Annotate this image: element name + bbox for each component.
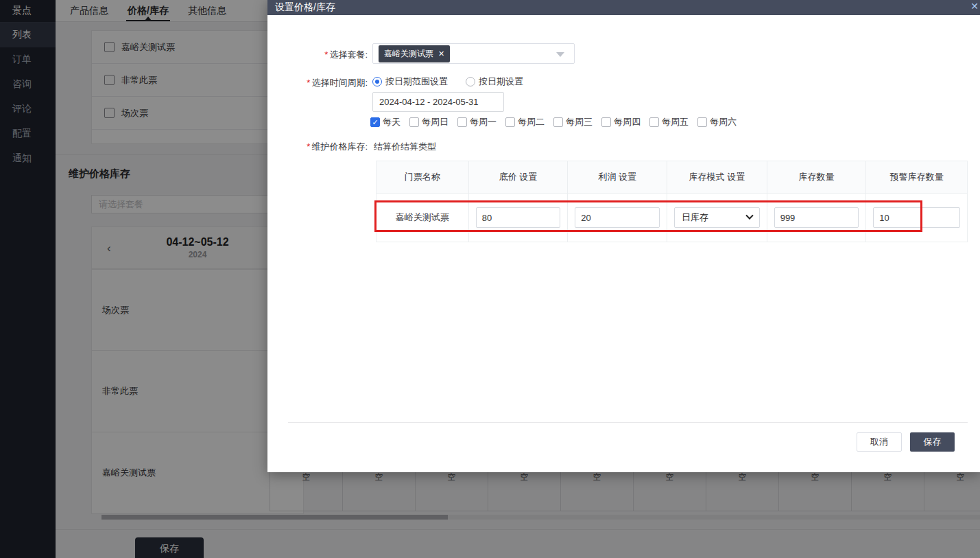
col-header-base-price: 底价 设置 xyxy=(469,161,569,193)
price-stock-table: 门票名称 底价 设置 利润 设置 库存模式 设置 库存数量 预警库存数量 嘉峪关… xyxy=(376,161,968,242)
package-field-label: *选择套餐: xyxy=(267,49,368,61)
checkbox-icon xyxy=(601,117,611,127)
checkbox-icon xyxy=(553,117,563,127)
checkbox-checked-icon: ✓ xyxy=(370,117,380,127)
weekday-wednesday[interactable]: 每周三 xyxy=(553,116,593,128)
stock-qty-input[interactable] xyxy=(774,207,859,228)
price-stock-modal: 设置价格/库存 ✕ *选择套餐: 嘉峪关测试票 ✕ *选择时间周期: 按日期范围… xyxy=(267,0,980,472)
table-header-row: 门票名称 底价 设置 利润 设置 库存模式 设置 库存数量 预警库存数量 xyxy=(377,161,967,194)
settlement-type-hint: 结算价结算类型 xyxy=(374,141,436,153)
weekday-everyday[interactable]: ✓ 每天 xyxy=(370,116,401,128)
profit-input[interactable] xyxy=(575,207,660,228)
remove-tag-icon[interactable]: ✕ xyxy=(438,50,444,58)
cancel-button[interactable]: 取消 xyxy=(857,432,902,452)
required-mark: * xyxy=(324,49,328,60)
checkbox-icon xyxy=(697,117,707,127)
weekday-tuesday[interactable]: 每周二 xyxy=(505,116,545,128)
dropdown-caret-icon xyxy=(556,52,564,57)
date-range-input[interactable] xyxy=(372,92,504,112)
weekday-checkbox-group: ✓ 每天 每周日 每周一 每周二 每周三 每周四 xyxy=(370,116,737,128)
modal-title: 设置价格/库存 xyxy=(275,1,335,14)
required-mark: * xyxy=(307,78,310,88)
required-mark: * xyxy=(307,141,310,152)
ticket-name-cell: 嘉峪关测试票 xyxy=(377,194,469,242)
selected-package-tag: 嘉峪关测试票 ✕ xyxy=(379,45,450,62)
col-header-ticket-name: 门票名称 xyxy=(377,161,469,193)
period-radio-group: 按日期范围设置 按日期设置 xyxy=(372,75,523,88)
table-row: 嘉峪关测试票 日库存 xyxy=(377,194,967,242)
col-header-stock-qty: 库存数量 xyxy=(767,161,867,193)
col-header-profit: 利润 设置 xyxy=(568,161,667,193)
checkbox-icon xyxy=(409,117,419,127)
checkbox-icon xyxy=(457,117,467,127)
weekday-saturday[interactable]: 每周六 xyxy=(697,116,737,128)
package-multiselect[interactable]: 嘉峪关测试票 ✕ xyxy=(372,43,575,64)
checkbox-icon xyxy=(505,117,515,127)
warn-qty-input[interactable] xyxy=(873,207,960,228)
radio-date-range[interactable]: 按日期范围设置 xyxy=(372,75,448,88)
footer-divider xyxy=(288,422,968,423)
period-field-label: *选择时间周期: xyxy=(267,77,368,89)
checkbox-icon xyxy=(649,117,659,127)
save-button[interactable]: 保存 xyxy=(910,432,955,452)
weekday-friday[interactable]: 每周五 xyxy=(649,116,689,128)
maintain-field-label: *维护价格库存: xyxy=(267,141,368,153)
col-header-stock-mode: 库存模式 设置 xyxy=(667,161,767,193)
base-price-input[interactable] xyxy=(476,207,561,228)
radio-by-date[interactable]: 按日期设置 xyxy=(466,75,523,88)
weekday-monday[interactable]: 每周一 xyxy=(457,116,497,128)
close-icon[interactable]: ✕ xyxy=(970,1,979,11)
col-header-warn-qty: 预警库存数量 xyxy=(866,161,967,193)
radio-icon xyxy=(466,77,475,86)
radio-icon xyxy=(372,77,382,86)
modal-header: 设置价格/库存 ✕ xyxy=(267,0,980,15)
weekday-thursday[interactable]: 每周四 xyxy=(601,116,641,128)
select-chevron-icon xyxy=(745,212,753,220)
weekday-sunday[interactable]: 每周日 xyxy=(409,116,449,128)
stock-mode-select[interactable]: 日库存 xyxy=(674,207,760,228)
screen: 景点 列表 订单 咨询 评论 配置 通知 产品信息 价格/库存 其他信息 嘉峪关… xyxy=(0,0,980,558)
